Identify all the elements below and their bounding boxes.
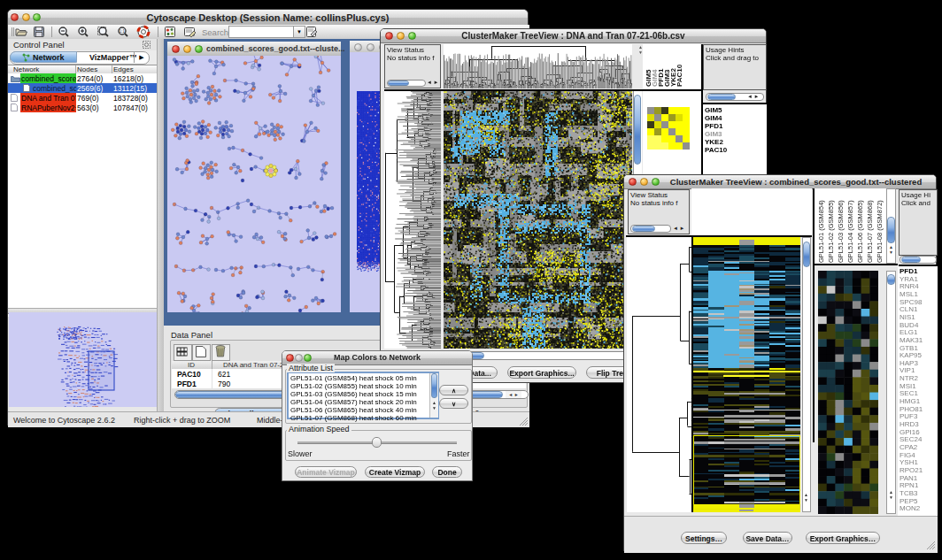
svg-text:1:1: 1:1	[120, 29, 126, 34]
